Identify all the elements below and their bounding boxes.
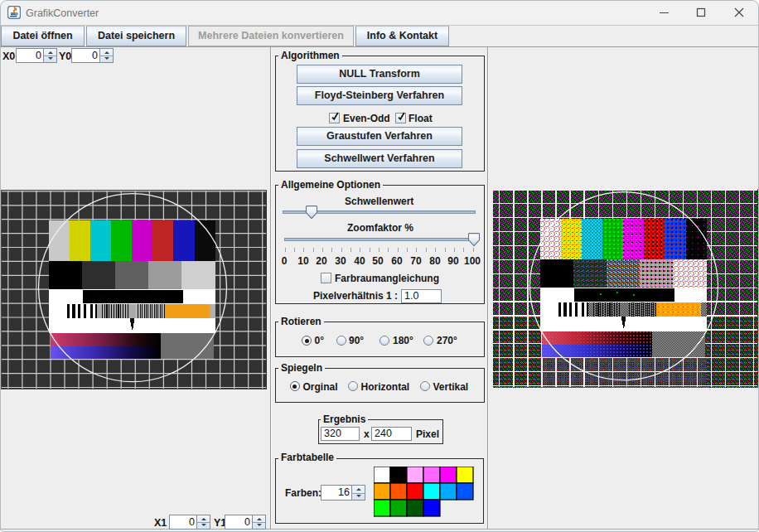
svg-text:GRAFIK CONVERTER 320: GRAFIK CONVERTER 320 [94,293,165,299]
